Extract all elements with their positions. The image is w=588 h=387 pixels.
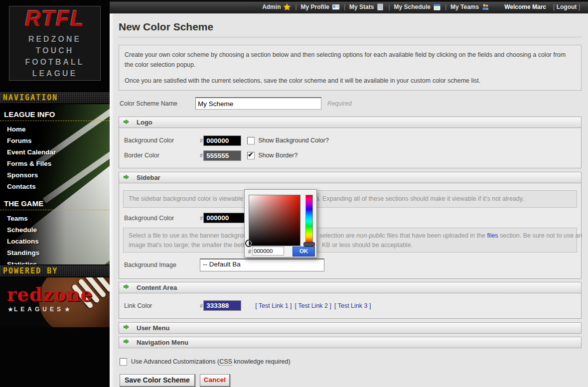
menu-separator: | bbox=[445, 3, 446, 10]
sidebar-item-forums[interactable]: Forums bbox=[0, 135, 110, 146]
redzone-leagues-logo[interactable]: redzone ★LEAGUES★ bbox=[0, 277, 110, 327]
menu-separator: | bbox=[295, 3, 296, 10]
section-sidebar: Sidebar The sidebar background color is … bbox=[119, 172, 582, 279]
content-left-gutter bbox=[110, 13, 114, 387]
section-content-area-header[interactable]: Content Area bbox=[119, 282, 582, 293]
test-link-1[interactable]: [ Test Link 1 ] bbox=[255, 302, 292, 309]
league-logo-line: LEAGUE bbox=[32, 68, 78, 79]
background-image-select[interactable]: -- Default Ba bbox=[200, 258, 324, 271]
league-logo-line: FOOTBALL bbox=[25, 56, 84, 68]
saturation-value-gradient[interactable] bbox=[249, 195, 300, 246]
menu-my-teams[interactable]: My Teams bbox=[450, 3, 489, 11]
files-link[interactable]: files bbox=[487, 232, 498, 239]
test-link-2[interactable]: [ Test Link 2 ] bbox=[295, 302, 331, 309]
test-links: [ Test Link 1 ][ Test Link 2 ][ Test Lin… bbox=[255, 302, 374, 309]
background-image-label: Background Image bbox=[124, 261, 200, 268]
ok-button[interactable]: OK bbox=[293, 247, 315, 257]
section-logo-header[interactable]: Logo bbox=[119, 117, 582, 128]
intro-paragraph-2: Once you are satisfied with the current … bbox=[125, 76, 576, 86]
league-logo: RTFL REDZONE TOUCH FOOTBALL LEAGUE bbox=[9, 6, 101, 81]
color-picker-popup: # OK bbox=[244, 189, 317, 258]
menu-my-profile-label: My Profile bbox=[301, 3, 329, 10]
intro-paragraph-1: Create your own color scheme by choosing… bbox=[125, 50, 576, 70]
show-border-checkbox[interactable]: ✔ bbox=[247, 152, 255, 159]
section-content-area: Content Area Link Color # 333388 [ Test … bbox=[119, 282, 582, 319]
calendar-icon bbox=[433, 3, 441, 11]
sidebar-background-color-row: Background Color # 000000 bbox=[124, 213, 577, 224]
show-background-color-label: Show Background Color? bbox=[258, 137, 329, 144]
css-abbr: CSS bbox=[219, 358, 232, 366]
green-arrow-icon bbox=[123, 283, 130, 292]
league-logo-abbr: RTFL bbox=[25, 7, 85, 29]
sidebar-item-event-calendar[interactable]: Event Calendar bbox=[0, 146, 110, 158]
logout-button[interactable]: [ Logout ] bbox=[553, 3, 580, 10]
sidebar-item-locations[interactable]: Locations bbox=[0, 236, 110, 247]
hue-slider-handle[interactable] bbox=[303, 242, 315, 247]
hex-color-input[interactable] bbox=[252, 247, 284, 256]
background-image-row: Background Image -- Default Ba bbox=[124, 258, 577, 271]
menu-my-profile[interactable]: My Profile bbox=[301, 3, 340, 11]
navigation-banner-label: NAVIGATION bbox=[3, 93, 58, 102]
section-content-area-body: Link Color # 333388 [ Test Link 1 ][ Tes… bbox=[119, 293, 582, 319]
show-border-label: Show Border? bbox=[258, 152, 297, 159]
sidebar-item-standings[interactable]: Standings bbox=[0, 247, 110, 258]
hash-prefix: # bbox=[200, 303, 203, 309]
vcard-icon bbox=[332, 3, 340, 11]
banner-note-fragment: image that's too large; the smaller the … bbox=[129, 242, 250, 249]
logout-bracket: ] bbox=[577, 3, 580, 10]
sidebar-item-schedule[interactable]: Schedule bbox=[0, 224, 110, 236]
logo-bg-color-swatch[interactable]: 000000 bbox=[203, 135, 241, 146]
logo-border-color-swatch[interactable]: 555555 bbox=[203, 150, 241, 161]
intro-note: Create your own color scheme by choosing… bbox=[119, 45, 582, 91]
main-content: New Color Scheme Create your own color s… bbox=[114, 13, 588, 387]
advanced-customizations-checkbox[interactable]: ✔ bbox=[120, 358, 127, 366]
scheme-name-input[interactable] bbox=[195, 97, 321, 110]
section-navigation-menu: Navigation Menu bbox=[119, 337, 582, 348]
title-divider bbox=[119, 37, 582, 37]
show-background-color-checkbox[interactable]: ✔ bbox=[247, 137, 255, 144]
sidebar-item-home[interactable]: Home bbox=[0, 124, 110, 135]
calculator-icon bbox=[376, 3, 384, 11]
sidebar-bg-color-label: Background Color bbox=[124, 215, 200, 222]
section-user-menu-header[interactable]: User Menu bbox=[119, 322, 582, 334]
cancel-button[interactable]: Cancel bbox=[200, 374, 230, 387]
sidebar-nav: LEAGUE INFO Home Forums Event Calendar F… bbox=[0, 104, 110, 264]
star-icon bbox=[283, 3, 291, 11]
save-color-scheme-button[interactable]: Save Color Scheme bbox=[120, 374, 195, 387]
green-arrow-icon bbox=[123, 173, 130, 182]
hash-prefix: # bbox=[200, 137, 203, 143]
menu-admin[interactable]: Admin bbox=[262, 3, 291, 11]
menu-my-schedule[interactable]: My Schedule bbox=[394, 3, 441, 11]
scheme-name-label: Color Scheme Name bbox=[120, 100, 195, 107]
nav-section-the-game: THE GAME bbox=[0, 198, 110, 210]
test-link-3[interactable]: [ Test Link 3 ] bbox=[334, 302, 371, 309]
league-logo-line: REDZONE bbox=[28, 33, 81, 45]
advanced-customizations-row: ✔ Use Advanced Customizations (CSS knowl… bbox=[120, 358, 582, 366]
link-color-swatch[interactable]: 333388 bbox=[203, 300, 241, 311]
section-navigation-menu-header[interactable]: Navigation Menu bbox=[119, 337, 582, 348]
scheme-name-row: Color Scheme Name Required bbox=[120, 97, 582, 110]
menu-separator: | bbox=[388, 3, 390, 10]
section-sidebar-header[interactable]: Sidebar bbox=[119, 172, 582, 183]
link-color-label: Link Color bbox=[124, 302, 200, 309]
sidebar-bg-note: The sidebar background color is viewable… bbox=[123, 190, 577, 208]
hash-prefix: # bbox=[200, 215, 203, 221]
menu-my-teams-label: My Teams bbox=[450, 3, 479, 10]
sidebar-item-sponsors[interactable]: Sponsors bbox=[0, 169, 110, 181]
sidebar-bg-color-swatch[interactable]: 000000 bbox=[203, 213, 249, 223]
sidebar-item-contacts[interactable]: Contacts bbox=[0, 181, 110, 192]
leagues-wordmark: ★LEAGUES★ bbox=[7, 306, 93, 313]
sidebar-item-statistics[interactable]: Statistics bbox=[0, 258, 110, 264]
color-selection-cursor[interactable] bbox=[245, 240, 253, 247]
menu-separator: | bbox=[344, 3, 345, 10]
menu-my-stats[interactable]: My Stats bbox=[349, 3, 384, 11]
green-arrow-icon bbox=[123, 118, 130, 127]
banner-note-fragment: KB or less should be acceptable. bbox=[322, 242, 413, 249]
logo-background-color-row: Background Color # 000000 ✔ Show Backgro… bbox=[124, 135, 577, 146]
hue-strip[interactable] bbox=[305, 195, 313, 243]
sidebar-item-teams[interactable]: Teams bbox=[0, 213, 110, 224]
star-glyph: ★ bbox=[65, 306, 70, 312]
sidebar-item-forms-files[interactable]: Forms & Files bbox=[0, 158, 110, 169]
menu-admin-label: Admin bbox=[262, 3, 281, 10]
redzone-wordmark: redzone bbox=[7, 285, 93, 304]
